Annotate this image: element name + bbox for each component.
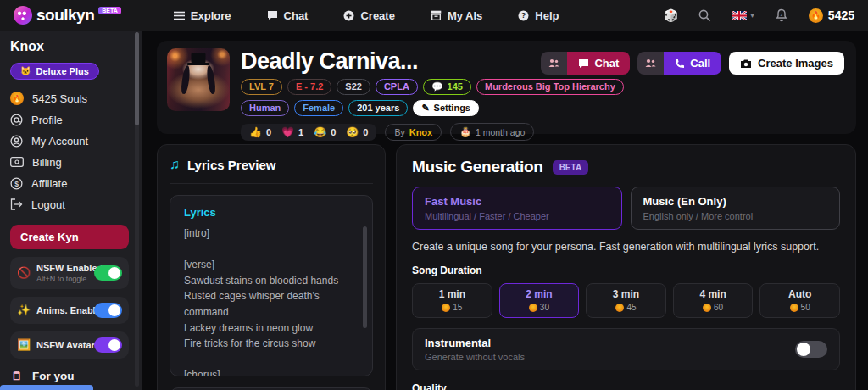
- logo-beta-badge: BETA: [98, 7, 121, 14]
- create-kyn-button[interactable]: Create Kyn: [10, 225, 129, 249]
- music-beta-badge: BETA: [553, 160, 588, 175]
- language-selector[interactable]: ▾: [732, 11, 754, 20]
- flame-cost-icon: [790, 304, 798, 312]
- duration-3min[interactable]: 3 min 45: [586, 283, 666, 318]
- balance-value: 5425: [828, 8, 854, 22]
- dollar-icon: $: [10, 177, 23, 190]
- instrumental-sub: Generate without vocals: [425, 352, 525, 362]
- lyrics-scrollbar[interactable]: [363, 226, 367, 328]
- mode-fast-music[interactable]: Fast Music Multilingual / Faster / Cheap…: [412, 187, 622, 230]
- persona-header-card: Deadly Carniva... LVL 7 E - 7.2 S22 CPLA…: [157, 41, 856, 134]
- sidebar-item-logout[interactable]: Logout: [10, 194, 129, 215]
- nsfw-avatar-card: 🖼️ NSFW Avatar: [10, 332, 129, 359]
- nsfw-enabled-card: 🚫 NSFW Enabled Alt+N to toggle: [10, 257, 129, 289]
- group-chat-icon[interactable]: [541, 52, 567, 75]
- user-icon: [10, 135, 23, 148]
- sidebar-item-for-you[interactable]: 🗒 For you: [10, 370, 129, 382]
- nsfw-avatar-toggle[interactable]: [94, 337, 122, 353]
- duration-1min[interactable]: 1 min 15: [412, 283, 492, 318]
- flame-coin-icon: 🔥: [10, 92, 24, 105]
- chat-button[interactable]: Chat: [541, 52, 630, 75]
- sidebar-item-my-account[interactable]: My Account: [10, 131, 129, 152]
- species-badge: Human: [241, 100, 289, 116]
- main-nav: Explore Chat Create My AIs ? Help: [174, 9, 559, 22]
- archive-box-icon: [431, 10, 442, 20]
- sidebar-souls[interactable]: 🔥 5425 Souls: [10, 88, 129, 109]
- created-pill: 🎂 1 month ago: [450, 123, 534, 141]
- pencil-icon: ✎: [421, 103, 429, 114]
- author-pill[interactable]: By Knox: [385, 124, 442, 141]
- create-images-button[interactable]: Create Images: [729, 52, 844, 75]
- call-button[interactable]: Call: [637, 52, 721, 75]
- logout-icon: [10, 198, 23, 210]
- search-icon[interactable]: [698, 9, 711, 22]
- topbar-right: 🎲 ▾ z 🔥 5425: [664, 8, 854, 23]
- chat-bubble-icon: [267, 10, 278, 20]
- chevron-down-icon: ▾: [750, 11, 754, 20]
- song-duration-label: Song Duration: [412, 265, 840, 276]
- nav-my-ais[interactable]: My AIs: [431, 9, 482, 22]
- flame-cost-icon: [442, 304, 450, 312]
- duration-auto[interactable]: Auto 50: [760, 283, 840, 318]
- topbar: soulkyn BETA Explore Chat Create My AIs …: [0, 0, 868, 31]
- note-pad-icon: 🗒: [10, 370, 24, 382]
- lyrics-preview-panel: ♫ Lyrics Preview Lyrics [intro] [verse] …: [157, 144, 386, 390]
- persona-actions: Chat Call Create Images: [541, 52, 844, 75]
- settings-button[interactable]: ✎Settings: [413, 100, 479, 116]
- mode-music-en-only[interactable]: Music (En Only) English only / More cont…: [631, 187, 841, 230]
- instrumental-toggle[interactable]: [795, 341, 827, 358]
- level-badge: LVL 7: [241, 79, 282, 95]
- uk-flag-icon: [732, 11, 747, 20]
- dice-icon[interactable]: 🎲: [664, 8, 678, 22]
- music-panel-title: Music Generation: [412, 158, 543, 176]
- notifications-bell-icon[interactable]: z: [775, 8, 788, 22]
- nav-explore[interactable]: Explore: [174, 9, 231, 22]
- plan-badge[interactable]: 🐱 Deluxe Plus: [10, 63, 99, 80]
- cake-icon: 🎂: [459, 126, 471, 137]
- souls-balance[interactable]: 🔥 5425: [809, 8, 854, 23]
- phone-icon: [675, 58, 685, 69]
- duration-2min[interactable]: 2 min 30: [499, 283, 580, 318]
- reactions: 👍0 💗1 😂0 🥺0: [241, 124, 376, 141]
- group-call-icon[interactable]: [637, 52, 664, 75]
- sidebar-scrollbar[interactable]: [135, 32, 139, 387]
- nav-help[interactable]: ? Help: [518, 9, 559, 22]
- list-icon: [174, 11, 185, 20]
- lyrics-panel-title: Lyrics Preview: [187, 158, 276, 172]
- plus-circle-icon: [343, 10, 354, 21]
- at-sign-icon: [10, 114, 23, 126]
- lyrics-card: Lyrics [intro] [verse] Sawdust stains on…: [170, 195, 373, 376]
- svg-text:$: $: [14, 179, 19, 187]
- sidebar-item-affiliate[interactable]: $ Affiliate: [10, 173, 129, 194]
- anims-toggle[interactable]: [94, 303, 122, 318]
- picture-icon: 🖼️: [17, 338, 31, 351]
- nav-chat[interactable]: Chat: [267, 9, 309, 22]
- banknote-icon: [10, 157, 24, 167]
- persona-avatar[interactable]: [167, 48, 230, 111]
- sidebar-item-billing[interactable]: Billing: [10, 152, 129, 173]
- svg-text:z: z: [780, 12, 782, 17]
- music-mode-selector: Fast Music Multilingual / Faster / Cheap…: [412, 187, 840, 230]
- instrumental-label: Instrumental: [425, 337, 525, 349]
- app-name: soulkyn: [36, 6, 94, 25]
- message-count-badge: 💬145: [423, 79, 471, 95]
- flame-cost-icon: [529, 304, 537, 312]
- anims-toggle-label: Anims. Enabled: [36, 305, 88, 315]
- main-content: Deadly Carniva... LVL 7 E - 7.2 S22 CPLA…: [142, 31, 868, 390]
- flame-cost-icon: [615, 304, 624, 312]
- speech-icon: 💬: [431, 81, 443, 92]
- music-description: Create a unique song for your persona. F…: [412, 241, 840, 253]
- reaction-laugh[interactable]: 😂0: [314, 126, 336, 138]
- nsfw-toggle[interactable]: [94, 265, 122, 281]
- nav-create[interactable]: Create: [343, 9, 394, 22]
- instrumental-card: Instrumental Generate without vocals: [412, 328, 840, 370]
- duration-4min[interactable]: 4 min 60: [673, 283, 754, 318]
- sidebar-item-profile[interactable]: Profile: [10, 109, 129, 131]
- reaction-thumbsup[interactable]: 👍0: [249, 126, 271, 138]
- app-logo[interactable]: soulkyn BETA: [14, 6, 121, 25]
- cpla-badge: CPLA: [376, 79, 418, 95]
- cat-icon: 🐱: [20, 66, 31, 75]
- reaction-pleading[interactable]: 🥺0: [346, 126, 368, 138]
- music-note-icon: ♫: [170, 157, 180, 172]
- reaction-heart[interactable]: 💗1: [281, 126, 303, 138]
